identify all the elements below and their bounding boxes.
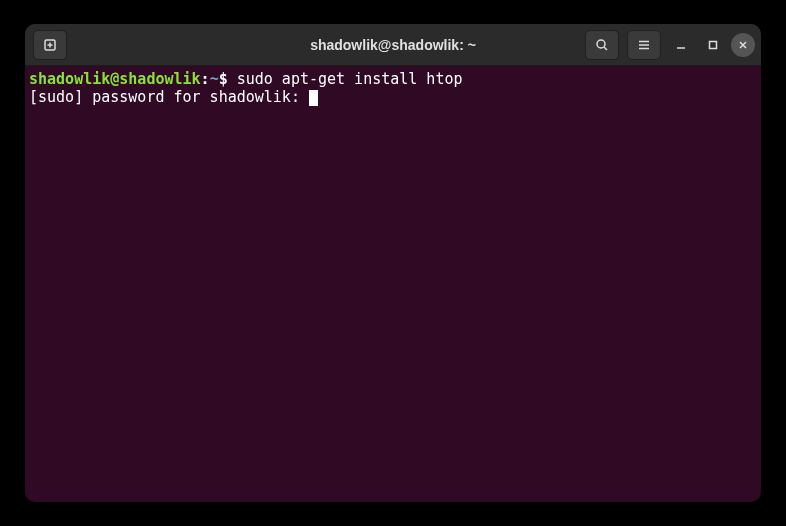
new-tab-button[interactable] bbox=[33, 30, 67, 60]
cursor bbox=[309, 90, 318, 106]
hamburger-icon bbox=[636, 37, 652, 53]
titlebar-left bbox=[31, 30, 69, 60]
prompt-colon: : bbox=[201, 70, 210, 88]
maximize-button[interactable] bbox=[699, 31, 727, 59]
prompt-user-host: shadowlik@shadowlik bbox=[29, 70, 201, 88]
minimize-button[interactable] bbox=[667, 31, 695, 59]
svg-line-4 bbox=[604, 47, 607, 50]
output-line: [sudo] password for shadowlik: bbox=[29, 88, 309, 106]
svg-point-3 bbox=[597, 40, 605, 48]
maximize-icon bbox=[707, 39, 719, 51]
new-tab-icon bbox=[42, 37, 58, 53]
close-button[interactable] bbox=[731, 33, 755, 57]
search-icon bbox=[594, 37, 610, 53]
minimize-icon bbox=[675, 39, 687, 51]
prompt-path: ~ bbox=[210, 70, 219, 88]
terminal-body[interactable]: shadowlik@shadowlik:~$ sudo apt-get inst… bbox=[25, 66, 761, 502]
svg-rect-9 bbox=[710, 41, 717, 48]
titlebar: shadowlik@shadowlik: ~ bbox=[25, 24, 761, 66]
titlebar-right bbox=[583, 30, 755, 60]
terminal-window: shadowlik@shadowlik: ~ bbox=[25, 24, 761, 502]
close-icon bbox=[738, 40, 748, 50]
search-button[interactable] bbox=[585, 30, 619, 60]
menu-button[interactable] bbox=[627, 30, 661, 60]
prompt-dollar: $ bbox=[219, 70, 237, 88]
command-text: sudo apt-get install htop bbox=[237, 70, 463, 88]
window-title: shadowlik@shadowlik: ~ bbox=[310, 37, 476, 53]
